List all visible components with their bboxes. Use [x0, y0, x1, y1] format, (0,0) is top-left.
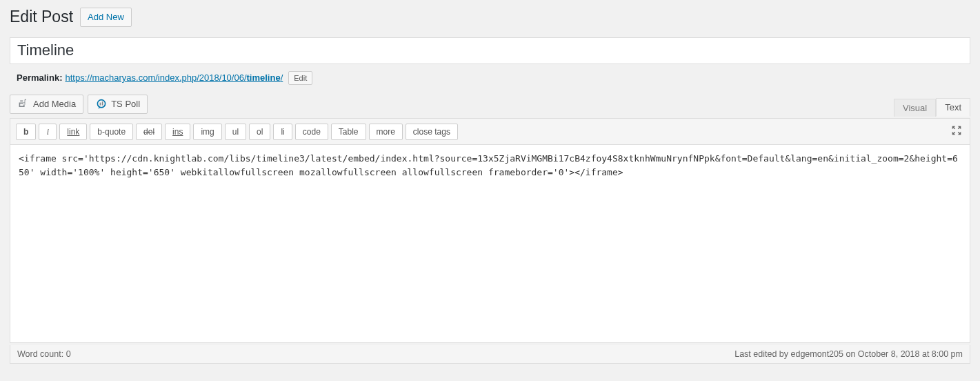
- ts-poll-label: TS Poll: [111, 98, 140, 110]
- content-textarea[interactable]: [10, 144, 970, 343]
- svg-rect-1: [100, 103, 101, 106]
- camera-music-icon: [17, 99, 30, 110]
- post-title-input[interactable]: [10, 37, 970, 64]
- status-bar: Word count: 0 Last edited by edgemont205…: [10, 345, 970, 364]
- tab-visual[interactable]: Visual: [894, 99, 936, 117]
- qt-ins-button[interactable]: ins: [165, 124, 190, 140]
- permalink-trail: /: [281, 72, 283, 83]
- add-new-button[interactable]: Add New: [80, 8, 132, 27]
- permalink-base: https://macharyas.com/index.php/2018/10/…: [65, 72, 246, 83]
- qt-ul-button[interactable]: ul: [225, 124, 246, 140]
- editor-toolbar: b i link b-quote del ins img ul ol li co…: [10, 118, 970, 144]
- permalink-edit-button[interactable]: Edit: [288, 71, 312, 86]
- add-media-button[interactable]: Add Media: [10, 95, 83, 114]
- fullscreen-icon[interactable]: [949, 123, 964, 140]
- permalink-row: Permalink: https://macharyas.com/index.p…: [10, 64, 970, 95]
- last-edited: Last edited by edgemont205 on October 8,…: [734, 349, 963, 359]
- ts-poll-button[interactable]: TS Poll: [88, 95, 148, 114]
- qt-del-button[interactable]: del: [136, 124, 162, 140]
- qt-img-button[interactable]: img: [193, 124, 221, 140]
- qt-more-button[interactable]: more: [369, 124, 403, 140]
- qt-ol-button[interactable]: ol: [249, 124, 270, 140]
- qt-code-button[interactable]: code: [295, 124, 328, 140]
- qt-italic-button[interactable]: i: [39, 124, 57, 140]
- qt-close-button[interactable]: close tags: [406, 124, 458, 140]
- qt-table-button[interactable]: Table: [331, 124, 366, 140]
- permalink-link[interactable]: https://macharyas.com/index.php/2018/10/…: [65, 72, 283, 83]
- tab-text[interactable]: Text: [936, 98, 970, 117]
- add-media-label: Add Media: [33, 98, 76, 110]
- word-count: Word count: 0: [17, 349, 71, 359]
- permalink-label: Permalink:: [17, 72, 62, 83]
- svg-rect-2: [102, 101, 103, 106]
- qt-bquote-button[interactable]: b-quote: [90, 124, 133, 140]
- svg-point-0: [98, 100, 106, 108]
- qt-li-button[interactable]: li: [273, 124, 292, 140]
- permalink-slug: timeline: [247, 72, 281, 83]
- qt-link-button[interactable]: link: [59, 124, 87, 140]
- chat-poll-icon: [95, 99, 108, 110]
- qt-bold-button[interactable]: b: [16, 124, 36, 140]
- page-title: Edit Post: [10, 7, 73, 28]
